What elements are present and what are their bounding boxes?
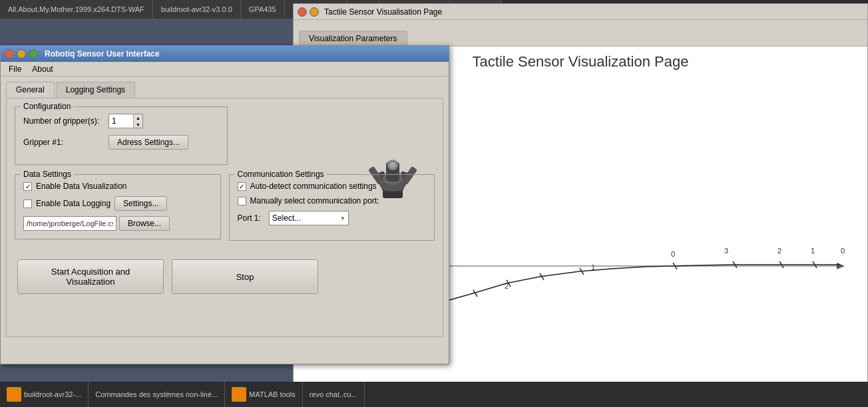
taskbar-bottom-item-3[interactable]: MATLAB tools: [225, 382, 303, 407]
port-label: Port 1:: [238, 213, 261, 223]
taskbar-bottom-item-1[interactable]: buildroot-avr32-...: [0, 382, 89, 407]
app-close-btn[interactable]: [5, 49, 14, 59]
app-content: General Logging Settings: [1, 76, 449, 342]
taskbar-bottom-label-2: Commandes des systèmes non-liné...: [95, 390, 218, 398]
taskbar-icon-3: [232, 387, 246, 402]
auto-detect-row: Auto-detect communication settings: [238, 182, 427, 191]
bottom-buttons: Start Acquisition and Visualization Stop: [15, 259, 435, 294]
num-grippers-row: Number of gripper(s): ▲ ▼: [23, 114, 219, 128]
app-menubar: File About: [1, 62, 449, 76]
gripper-row: Gripper #1: Adress Settings...: [23, 135, 219, 150]
app-maximize-btn[interactable]: [29, 49, 38, 59]
file-row: Browse...: [23, 216, 212, 231]
browse-btn[interactable]: Browse...: [119, 216, 170, 231]
svg-text:2: 2: [777, 247, 781, 255]
enable-logging-checkbox[interactable]: [23, 200, 32, 208]
start-acquisition-btn[interactable]: Start Acquisition and Visualization: [17, 259, 164, 294]
x-axis-arrow: [837, 263, 845, 269]
taskbar-item-1[interactable]: All.About.My.Mother.1999.x264.DTS-WAF: [0, 0, 153, 19]
taskbar-bottom: buildroot-avr32-... Commandes des systèm…: [0, 382, 868, 407]
data-settings-col: Data Settings Enable Data Visualization …: [15, 174, 221, 250]
robotiq-app-window: Robotiq Sensor User Interface File About…: [0, 45, 449, 364]
gripper-label: Gripper #1:: [23, 138, 103, 147]
taskbar-bottom-label-4: revo chat..cu...: [310, 390, 357, 398]
viz-minimize-btn[interactable]: [310, 7, 319, 17]
auto-detect-checkbox[interactable]: [238, 182, 246, 191]
data-settings-group: Data Settings Enable Data Visualization …: [15, 174, 221, 239]
viz-titlebar: Tactile Sensor Visualisation Page: [294, 4, 867, 20]
taskbar-item-3[interactable]: GPA435: [241, 0, 285, 19]
comm-settings-label: Communication Settings: [235, 170, 327, 179]
manual-select-label: Manually select communication port:: [250, 196, 379, 205]
svg-text:0: 0: [841, 247, 845, 255]
app-tabs: General Logging Settings: [6, 82, 443, 98]
tab-general[interactable]: General: [6, 82, 55, 98]
configuration-group: Configuration Number of gripper(s): ▲ ▼: [15, 106, 228, 165]
svg-text:3: 3: [724, 247, 728, 255]
enable-logging-label: Enable Data Logging: [36, 199, 110, 208]
about-menu[interactable]: About: [27, 63, 58, 75]
enable-viz-row: Enable Data Visualization: [23, 182, 212, 191]
general-tab-panel: Configuration Number of gripper(s): ▲ ▼: [6, 98, 443, 337]
enable-viz-checkbox[interactable]: [23, 182, 32, 191]
settings-two-col: Data Settings Enable Data Visualization …: [15, 174, 435, 250]
enable-viz-label: Enable Data Visualization: [36, 182, 127, 191]
taskbar-bottom-item-4[interactable]: revo chat..cu...: [303, 382, 365, 407]
num-grippers-down[interactable]: ▼: [134, 121, 142, 128]
num-grippers-input[interactable]: [109, 114, 133, 128]
config-label: Configuration: [21, 102, 73, 111]
comm-settings-group: Communication Settings Auto-detect commu…: [229, 174, 435, 241]
app-minimize-btn[interactable]: [17, 49, 26, 59]
port-select-arrow: ▼: [340, 215, 345, 221]
viz-tabs-bar: Visualization Parameters: [294, 20, 867, 47]
taskbar-bottom-label-1: buildroot-avr32-...: [24, 390, 81, 398]
num-grippers-arrows[interactable]: ▲ ▼: [133, 114, 142, 128]
num-grippers-spinbox[interactable]: ▲ ▼: [108, 114, 143, 128]
svg-text:1: 1: [811, 247, 815, 255]
svg-text:0: 0: [671, 250, 675, 258]
file-path-input[interactable]: [23, 216, 116, 231]
viz-close-btn[interactable]: [298, 7, 307, 17]
taskbar-icon-1: [7, 387, 21, 402]
enable-logging-row: Enable Data Logging Settings...: [23, 196, 212, 211]
port-select[interactable]: Select... ▼: [269, 211, 349, 225]
manual-select-row: Manually select communication port:: [238, 196, 427, 205]
address-settings-btn[interactable]: Adress Settings...: [108, 135, 188, 150]
taskbar-item-2[interactable]: buildroot-avr32-v3.0.0: [153, 0, 241, 19]
viz-window-title: Tactile Sensor Visualisation Page: [324, 7, 442, 17]
stop-btn[interactable]: Stop: [172, 259, 318, 294]
app-title-text: Robotiq Sensor User Interface: [45, 49, 160, 59]
auto-detect-label: Auto-detect communication settings: [250, 182, 377, 191]
port-row: Port 1: Select... ▼: [238, 211, 427, 225]
taskbar-bottom-label-3: MATLAB tools: [249, 390, 296, 398]
manual-select-checkbox[interactable]: [238, 197, 246, 205]
taskbar-bottom-item-2[interactable]: Commandes des systèmes non-liné...: [89, 382, 225, 407]
settings-btn[interactable]: Settings...: [114, 196, 167, 211]
svg-point-41: [390, 162, 395, 168]
num-grippers-label: Number of gripper(s):: [23, 116, 103, 126]
num-grippers-up[interactable]: ▲: [134, 114, 142, 121]
desktop: All.About.My.Mother.1999.x264.DTS-WAF bu…: [0, 0, 868, 407]
data-settings-label: Data Settings: [21, 170, 74, 179]
port-select-text: Select...: [272, 213, 301, 223]
tab-logging[interactable]: Logging Settings: [56, 82, 135, 98]
file-menu[interactable]: File: [3, 63, 27, 75]
app-titlebar: Robotiq Sensor User Interface: [1, 46, 449, 62]
comm-settings-col: Communication Settings Auto-detect commu…: [229, 174, 435, 250]
viz-tab-params[interactable]: Visualization Parameters: [299, 31, 407, 46]
